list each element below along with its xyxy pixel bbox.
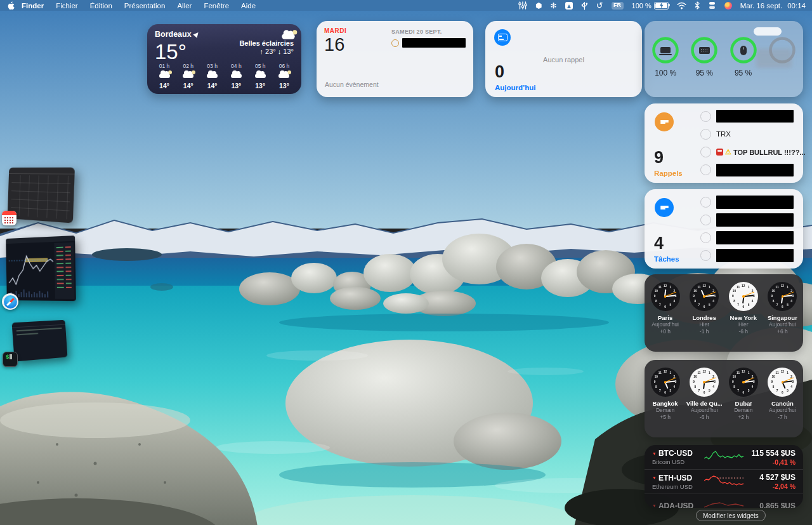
calendar-app-icon[interactable] — [2, 211, 16, 225]
clock-number: 11 — [736, 371, 741, 375]
apple-menu[interactable] — [7, 1, 15, 10]
wifi-icon[interactable] — [677, 2, 686, 10]
cloud-icon — [207, 74, 218, 78]
stock-row-ada-usd[interactable]: ▼ADA-USD0,865 $US — [645, 493, 803, 508]
list-item[interactable] — [700, 230, 797, 246]
time-machine-icon[interactable]: ↺ — [596, 2, 603, 10]
list-item[interactable] — [700, 163, 797, 178]
menu-aller[interactable]: Aller — [177, 2, 192, 10]
hour-forecast: 03 h14° — [202, 63, 223, 90]
calendar-upcoming-date: SAMEDI 20 SEPT. — [391, 29, 466, 35]
menu-fenetre[interactable]: Fenêtre — [204, 2, 229, 10]
battery-devices-widget[interactable]: 100 %95 %95 % — [645, 21, 803, 97]
clock-city-label: Cancún — [764, 400, 801, 407]
clock-number: 6 — [780, 305, 785, 309]
keyboard-layout-badge[interactable]: FR — [612, 2, 624, 10]
checkbox-circle[interactable] — [700, 129, 711, 140]
clock-number: 10 — [771, 289, 776, 293]
safari-app-icon[interactable] — [2, 293, 18, 310]
mixer-icon[interactable] — [518, 1, 527, 10]
list-item[interactable] — [700, 109, 797, 124]
clock-number: 4 — [672, 300, 677, 303]
menu-presentation[interactable]: Présentation — [124, 2, 166, 10]
stock-row-eth-usd[interactable]: ▼ETH-USDEthereum USD4 527 $US-2,04 % — [645, 469, 803, 493]
stock-symbol-block: ▼ETH-USDEthereum USD — [652, 474, 704, 490]
minimized-terminal-window[interactable] — [12, 320, 68, 362]
battery-icon — [654, 2, 669, 10]
cloud-moon-icon — [183, 74, 193, 78]
checkbox-circle[interactable] — [700, 232, 711, 243]
checkbox-circle[interactable] — [700, 215, 711, 225]
world-clock-widget-1[interactable]: 123456789101112ParisAujourd’hui+0 h12345… — [645, 274, 803, 352]
menu-bar-clock[interactable]: Mar. 16 sept. 00:14 — [740, 2, 806, 10]
list-item[interactable] — [700, 194, 797, 209]
redacted-event-title — [402, 38, 466, 48]
calendar-widget[interactable]: MARDI 16 Aucun évènement SAMEDI 20 SEPT. — [317, 21, 473, 97]
hour-forecast: 05 h13° — [249, 63, 271, 90]
terminal-app-icon[interactable]: $ — [3, 352, 18, 367]
clock-center-cap — [742, 295, 745, 298]
calendar-grid-preview — [11, 175, 71, 220]
stocks-widget[interactable]: ▼BTC-USDBitcoin USD115 554 $US-0,41 %▼ET… — [645, 445, 803, 508]
cloud-icon — [255, 74, 266, 78]
taches-widget[interactable]: 4 Tâches — [645, 189, 803, 269]
checkbox-circle[interactable] — [700, 250, 711, 261]
hour-forecast: 04 h13° — [225, 63, 247, 90]
clock-number: 1 — [668, 371, 673, 375]
clock-number: 8 — [653, 385, 658, 389]
taches-rows — [700, 194, 797, 263]
battery-ring — [652, 36, 679, 64]
stock-row-btc-usd[interactable]: ▼BTC-USDBitcoin USD115 554 $US-0,41 % — [645, 445, 803, 469]
minimized-calendar-window[interactable] — [8, 168, 75, 223]
stock-symbol-block: ▼ADA-USD — [652, 502, 704, 508]
usb-icon[interactable] — [581, 1, 588, 10]
battery-status[interactable]: 100 % — [632, 2, 669, 10]
clock-city-label: Ville de Qu... — [686, 400, 723, 407]
world-clock-widget-2[interactable]: 123456789101112BangkokDemain+5 h12345678… — [645, 360, 803, 437]
checkbox-circle[interactable] — [700, 164, 711, 175]
minimized-trading-window[interactable] — [6, 236, 76, 301]
list-item[interactable]: TRX — [700, 126, 797, 142]
clock-number: 9 — [730, 295, 735, 298]
checkbox-circle[interactable] — [700, 111, 711, 122]
bluetooth-icon[interactable] — [695, 1, 700, 10]
checkbox-circle[interactable] — [700, 197, 711, 208]
hexagon-app-icon[interactable]: ⬢ — [535, 2, 542, 10]
stock-change: -0,41 % — [752, 458, 796, 466]
menu-finder[interactable]: Finder — [22, 2, 44, 10]
stacks-app-icon[interactable] — [708, 1, 716, 10]
menu-bar-date: Mar. 16 sept. — [740, 2, 782, 10]
clock-number: 9 — [769, 295, 775, 298]
browser-app-icon[interactable] — [724, 2, 732, 10]
clock-day-label: Aujourd’hui — [764, 407, 801, 414]
checkbox-circle[interactable] — [700, 147, 711, 157]
menu-aide[interactable]: Aide — [241, 2, 256, 10]
clock-offset-label: -1 h — [686, 328, 723, 335]
list-item[interactable] — [700, 248, 797, 263]
clock-number: 1 — [746, 286, 751, 289]
device-battery: 95 % — [686, 36, 722, 77]
edit-widgets-button[interactable]: Modifier les widgets — [696, 510, 766, 521]
clock-number: 12 — [663, 284, 668, 288]
rappels-widget[interactable]: 9 Rappels TRX⚠TOP BULLRUL !!!??... — [645, 103, 803, 183]
clock-dial: 123456789101112 — [690, 282, 719, 311]
menu-edition[interactable]: Édition — [90, 2, 112, 10]
screenshot-app-icon[interactable] — [565, 2, 573, 10]
device-battery — [764, 36, 800, 77]
reminders-today-widget[interactable]: Aucun rappel 0 Aujourd’hui — [485, 21, 642, 97]
openai-icon[interactable]: ✻ — [551, 2, 557, 10]
hour-temp: 14° — [178, 82, 199, 90]
menu-fichier[interactable]: Fichier — [56, 2, 78, 10]
terminal-prompt: $ — [6, 354, 9, 361]
list-item[interactable] — [700, 212, 797, 227]
list-item[interactable]: ⚠TOP BULLRUL !!!??... — [700, 145, 797, 160]
reminders-today-count: 0 — [495, 63, 504, 81]
clock-number: 4 — [710, 300, 716, 303]
clock-number: 12 — [702, 284, 707, 288]
redacted-item-text — [716, 231, 794, 244]
stock-sparkline — [704, 474, 745, 490]
weather-widget[interactable]: Bordeaux 15° Belles éclaircies ↑ 23° ↓ 1… — [147, 24, 301, 94]
clock-number: 1 — [746, 371, 751, 375]
reminders-today-label: Aujourd’hui — [495, 84, 536, 91]
redacted-item-text — [716, 164, 794, 176]
